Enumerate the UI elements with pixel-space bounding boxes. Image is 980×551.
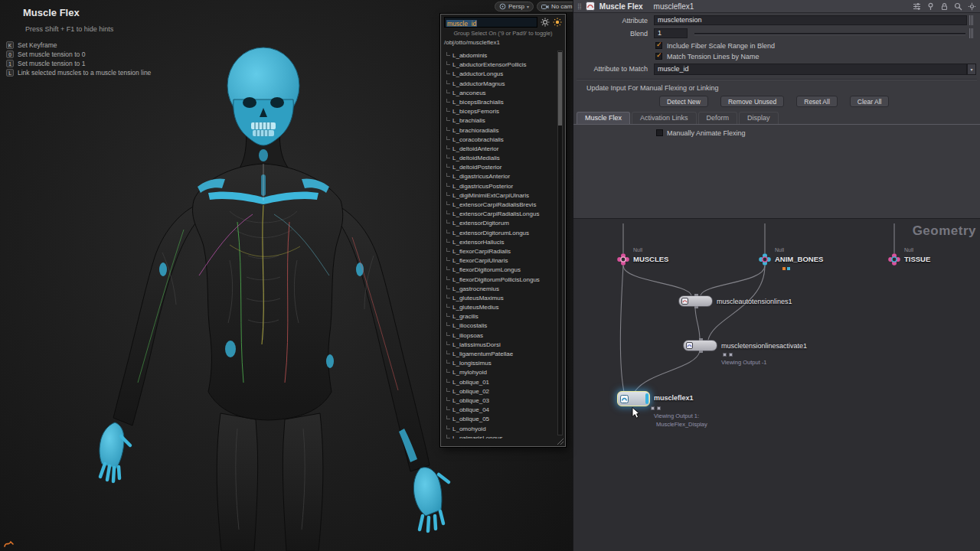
network-editor[interactable]: Geometry Null MU	[573, 218, 980, 551]
muscle-list-item[interactable]: L_bicepsFemoris	[443, 107, 555, 116]
muscle-list-item[interactable]: L_extensorCarpiRadialisBrevis	[443, 201, 555, 210]
muscle-list-item[interactable]: L_anconeus	[443, 89, 555, 98]
muscle-list-item[interactable]: L_ligamentumPatellae	[443, 350, 555, 359]
group-filter-input[interactable]: muscle_id	[444, 17, 537, 28]
muscle-list-item[interactable]: L_extensorDigitorum	[443, 219, 555, 228]
muscle-list-item[interactable]: L_adductorLongus	[443, 70, 555, 79]
lock-icon[interactable]	[940, 2, 949, 11]
muscle-list-item[interactable]: L_gluteusMedius	[443, 303, 555, 312]
muscle-list-item[interactable]: L_digiMinimiExtCarpiUlnaris	[443, 191, 555, 201]
muscle-list-item[interactable]: L_digastricusAnterior	[443, 172, 555, 181]
parm-button[interactable]: Remove Unused	[720, 96, 784, 107]
muscle-list-item[interactable]: L_flexorDigitorumLongus	[443, 266, 555, 275]
muscle-list-item[interactable]: L_extensorHallucis	[443, 238, 555, 247]
muscle-list-item[interactable]: L_gastrocnemius	[443, 285, 555, 294]
node-name-field[interactable]: muscleflex1	[654, 2, 694, 11]
muscle-list-item[interactable]: L_latissimusDorsi	[443, 341, 555, 350]
muscle-list-item[interactable]: L_deltoidPosterior	[443, 163, 555, 172]
node-muscletensionlinesactivate[interactable]	[683, 340, 717, 351]
node-name-label[interactable]: muscleflex1	[654, 394, 694, 402]
node-name-label[interactable]: MUSCLES	[633, 255, 668, 263]
muscle-list-item[interactable]: L_mylohyoid	[443, 368, 555, 377]
hint-label: Set muscle tension to 1	[18, 60, 85, 67]
manually-animate-checkbox[interactable]	[656, 129, 663, 136]
attribute-input[interactable]: muscletension	[654, 15, 967, 25]
muscle-list-item[interactable]: L_oblique_05	[443, 415, 555, 424]
resize-grip[interactable]	[557, 439, 564, 445]
attr-match-dropdown[interactable]: ▾	[967, 64, 976, 75]
parm-button[interactable]: Reset All	[796, 96, 838, 107]
node-muscleflex-selected[interactable]	[617, 391, 650, 406]
parm-tab[interactable]: Activation Links	[632, 112, 697, 124]
muscle-list-item[interactable]: L_gluteusMaximus	[443, 294, 555, 303]
muscle-list-item[interactable]: L_brachialis	[443, 116, 555, 126]
muscle-list-item[interactable]: L_flexorCarpiUlnaris	[443, 256, 555, 266]
parm-tab[interactable]: Display	[739, 112, 779, 124]
camera-menu[interactable]: No cam ▾	[537, 2, 573, 11]
muscle-list-item[interactable]: L_omohyoid	[443, 425, 555, 434]
muscle-list-item[interactable]: L_gracilis	[443, 312, 555, 321]
muscle-list-item[interactable]: L_bicepsBrachialis	[443, 98, 555, 107]
node-muscleautotensionlines[interactable]	[678, 295, 713, 307]
null-node-icon	[759, 253, 771, 266]
pin-icon[interactable]	[926, 2, 935, 11]
muscle-list-item[interactable]: L_oblique_04	[443, 406, 555, 415]
muscle-list-item[interactable]: L_abductorExtensorPollicis	[443, 60, 555, 70]
muscle-list-item[interactable]: L_deltoidAnterior	[443, 145, 555, 154]
muscle-list-item[interactable]: L_digastricusPosterior	[443, 182, 555, 191]
drag-grip-icon[interactable]: ⣿	[577, 3, 581, 10]
node-muscles[interactable]	[617, 253, 629, 266]
parm-tab[interactable]: Muscle Flex	[577, 112, 630, 124]
node-name-label[interactable]: ANIM_BONES	[775, 255, 823, 263]
persp-menu[interactable]: Persp ▾	[495, 2, 534, 11]
viewport-handle-icon[interactable]	[4, 539, 15, 548]
blend-slider[interactable]	[694, 33, 965, 35]
parm-button[interactable]: Detect New	[659, 96, 708, 107]
node-tissue[interactable]	[888, 253, 900, 266]
node-name-label[interactable]: TISSUE	[904, 255, 930, 263]
sliders-icon[interactable]	[913, 2, 921, 11]
muscle-list-item[interactable]: L_flexorCarpiRadialis	[443, 247, 555, 256]
sop-node-icon	[686, 342, 693, 349]
gear-icon[interactable]	[968, 2, 976, 11]
muscle-list-item[interactable]: L_flexorDigitorumPollicisLongus	[443, 276, 555, 285]
node-name-label[interactable]: muscleautotensionlines1	[717, 298, 792, 305]
parm-tab[interactable]: Deform	[698, 112, 738, 124]
scrollbar[interactable]	[557, 51, 563, 435]
muscle-list-item[interactable]: L_palmarisLongus	[443, 434, 555, 439]
muscle-list-item[interactable]: L_iliopsoas	[443, 331, 555, 341]
attr-match-input[interactable]: muscle_id	[654, 64, 967, 75]
scrollbar-thumb[interactable]	[558, 52, 562, 126]
muscle-list-item[interactable]: L_oblique_01	[443, 378, 555, 387]
muscle-list-item[interactable]: L_extensorCarpiRadialisLongus	[443, 210, 555, 219]
node-anim-bones[interactable]	[759, 253, 771, 266]
muscle-list-item[interactable]: L_deltoidMedialis	[443, 154, 555, 163]
display-flag[interactable]	[645, 393, 648, 404]
muscle-list-item[interactable]: L_coracobrachialis	[443, 135, 555, 145]
value-ladder[interactable]	[969, 15, 976, 25]
blend-input[interactable]: 1	[654, 28, 688, 38]
gear-icon[interactable]	[541, 18, 550, 27]
node-name-label[interactable]: muscletensionlinesactivate1	[721, 342, 807, 350]
value-ladder[interactable]	[969, 28, 976, 38]
group-select-panel: muscle_id Group Select On ('9 or Pad9' t…	[440, 14, 566, 447]
panel-toolbar: muscle_id	[441, 15, 565, 29]
muscle-list-item[interactable]: L_iliocostalis	[443, 321, 555, 331]
muscle-list-item[interactable]: L_brachioradialis	[443, 126, 555, 135]
node-flag-badge	[782, 267, 786, 270]
network-context-label: Geometry	[913, 223, 976, 239]
parm-button[interactable]: Clear All	[850, 96, 890, 107]
node-badge-icon	[723, 353, 727, 357]
sun-icon[interactable]	[553, 18, 562, 27]
muscle-list-item[interactable]: L_longissimus	[443, 359, 555, 368]
search-icon[interactable]	[954, 2, 962, 11]
muscle-list-item[interactable]: L_extensorDigitorumLongus	[443, 229, 555, 238]
muscle-list-item[interactable]: L_adductorMagnus	[443, 80, 555, 89]
muscle-list-item[interactable]: L_oblique_03	[443, 396, 555, 406]
muscle-list-item[interactable]: L_oblique_02	[443, 387, 555, 396]
muscle-list-item[interactable]: L_abdominis	[443, 51, 555, 60]
match-by-name-checkbox[interactable]	[655, 53, 662, 60]
fiber-scale-checkbox[interactable]	[655, 42, 662, 49]
hud-hint-row: K Set Keyframe	[6, 41, 151, 49]
null-node-icon	[888, 253, 900, 266]
